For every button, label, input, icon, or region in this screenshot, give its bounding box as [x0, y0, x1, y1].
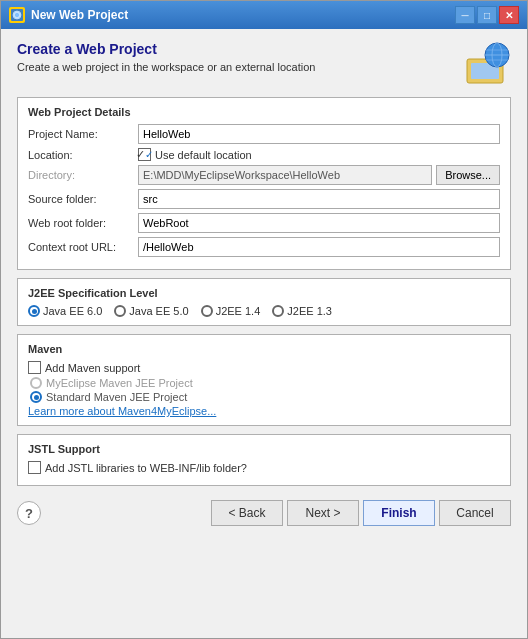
use-default-location-label: Use default location — [155, 149, 252, 161]
project-name-input[interactable] — [138, 124, 500, 144]
j2ee-radio-2[interactable] — [201, 305, 213, 317]
maven-option-0-row: MyEclipse Maven JEE Project — [28, 377, 500, 389]
j2ee-radio-group: Java EE 6.0 Java EE 5.0 J2EE 1.4 J2EE 1.… — [28, 305, 500, 317]
jstl-section: JSTL Support Add JSTL libraries to WEB-I… — [17, 434, 511, 486]
maximize-button[interactable]: □ — [477, 6, 497, 24]
j2ee-radio-1[interactable] — [114, 305, 126, 317]
jstl-title: JSTL Support — [28, 443, 500, 455]
project-name-row: Project Name: — [28, 124, 500, 144]
j2ee-label-1: Java EE 5.0 — [129, 305, 188, 317]
dialog-footer: ? < Back Next > Finish Cancel — [17, 494, 511, 530]
dialog-content: Create a Web Project Create a web projec… — [1, 29, 527, 638]
j2ee-radio-0[interactable] — [28, 305, 40, 317]
j2ee-label-0: Java EE 6.0 — [43, 305, 102, 317]
j2ee-section: J2EE Specification Level Java EE 6.0 Jav… — [17, 278, 511, 326]
maven-learn-more-link[interactable]: Learn more about Maven4MyEclipse... — [28, 405, 500, 417]
title-bar: New Web Project ─ □ ✕ — [1, 1, 527, 29]
globe-icon — [459, 41, 511, 85]
j2ee-title: J2EE Specification Level — [28, 287, 500, 299]
dialog-subtitle: Create a web project in the workspace or… — [17, 61, 459, 73]
dialog-title: Create a Web Project — [17, 41, 459, 57]
header-text: Create a Web Project Create a web projec… — [17, 41, 459, 73]
web-root-folder-input[interactable] — [138, 213, 500, 233]
j2ee-option-1[interactable]: Java EE 5.0 — [114, 305, 188, 317]
j2ee-option-2[interactable]: J2EE 1.4 — [201, 305, 261, 317]
window-title: New Web Project — [31, 8, 128, 22]
directory-input[interactable] — [138, 165, 432, 185]
jstl-checkbox[interactable] — [28, 461, 41, 474]
use-default-location-checkbox[interactable]: ✓ — [138, 148, 151, 161]
context-root-url-row: Context root URL: — [28, 237, 500, 257]
maven-option-0-label: MyEclipse Maven JEE Project — [46, 377, 193, 389]
title-bar-controls: ─ □ ✕ — [455, 6, 519, 24]
context-root-url-label: Context root URL: — [28, 241, 138, 253]
j2ee-label-2: J2EE 1.4 — [216, 305, 261, 317]
cancel-button[interactable]: Cancel — [439, 500, 511, 526]
project-name-label: Project Name: — [28, 128, 138, 140]
next-button[interactable]: Next > — [287, 500, 359, 526]
source-folder-label: Source folder: — [28, 193, 138, 205]
directory-label: Directory: — [28, 169, 138, 181]
location-label: Location: — [28, 149, 138, 161]
maven-option-1-label: Standard Maven JEE Project — [46, 391, 187, 403]
web-project-details-title: Web Project Details — [28, 106, 500, 118]
maven-title: Maven — [28, 343, 500, 355]
web-root-folder-label: Web root folder: — [28, 217, 138, 229]
jstl-label: Add JSTL libraries to WEB-INF/lib folder… — [45, 462, 247, 474]
jstl-checkbox-row: Add JSTL libraries to WEB-INF/lib folder… — [28, 461, 500, 474]
web-root-folder-row: Web root folder: — [28, 213, 500, 233]
header-section: Create a Web Project Create a web projec… — [17, 41, 511, 85]
add-maven-checkbox[interactable] — [28, 361, 41, 374]
j2ee-label-3: J2EE 1.3 — [287, 305, 332, 317]
window-icon — [9, 7, 25, 23]
back-button[interactable]: < Back — [211, 500, 283, 526]
dialog-window: New Web Project ─ □ ✕ Create a Web Proje… — [0, 0, 528, 639]
source-folder-input[interactable] — [138, 189, 500, 209]
j2ee-option-0[interactable]: Java EE 6.0 — [28, 305, 102, 317]
close-button[interactable]: ✕ — [499, 6, 519, 24]
context-root-url-input[interactable] — [138, 237, 500, 257]
web-project-details-section: Web Project Details Project Name: Locati… — [17, 97, 511, 270]
finish-button[interactable]: Finish — [363, 500, 435, 526]
browse-button[interactable]: Browse... — [436, 165, 500, 185]
add-maven-row: Add Maven support — [28, 361, 500, 374]
maven-option-1-row: Standard Maven JEE Project — [28, 391, 500, 403]
directory-row: Directory: Browse... — [28, 165, 500, 185]
j2ee-radio-3[interactable] — [272, 305, 284, 317]
use-default-location-row: ✓ Use default location — [138, 148, 252, 161]
maven-radio-0 — [30, 377, 42, 389]
location-row: Location: ✓ Use default location — [28, 148, 500, 161]
maven-section: Maven Add Maven support MyEclipse Maven … — [17, 334, 511, 426]
maven-radio-1 — [30, 391, 42, 403]
help-button[interactable]: ? — [17, 501, 41, 525]
minimize-button[interactable]: ─ — [455, 6, 475, 24]
add-maven-label: Add Maven support — [45, 362, 140, 374]
j2ee-option-3[interactable]: J2EE 1.3 — [272, 305, 332, 317]
source-folder-row: Source folder: — [28, 189, 500, 209]
